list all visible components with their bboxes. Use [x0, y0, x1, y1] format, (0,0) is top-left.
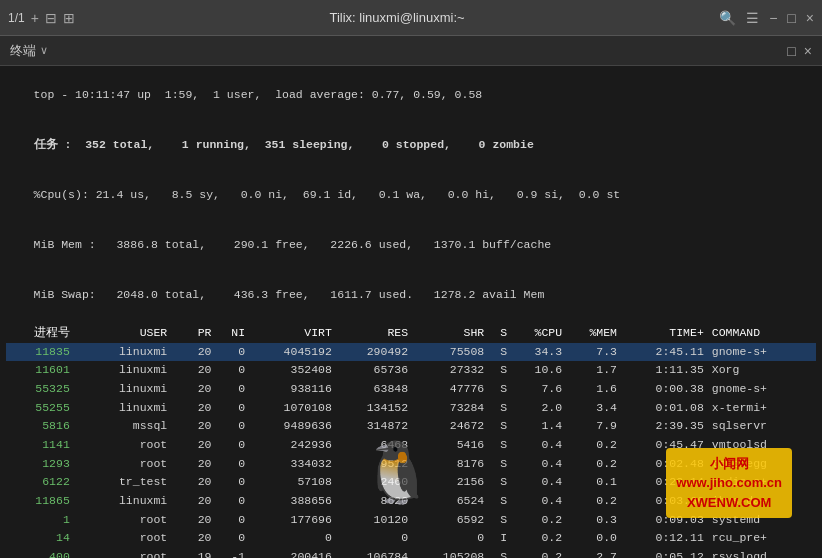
table-cell: 0 — [216, 399, 250, 418]
minimize-button[interactable]: − — [769, 10, 777, 26]
col-user: USER — [74, 324, 171, 343]
table-cell: redis-s+ — [708, 473, 816, 492]
table-cell: 1.4 — [511, 417, 566, 436]
table-cell: I — [488, 529, 511, 548]
col-cpu: %CPU — [511, 324, 566, 343]
table-cell: 0:00.38 — [621, 380, 708, 399]
table-cell: gnome-s+ — [708, 343, 816, 362]
table-cell: ibus-da+ — [708, 492, 816, 511]
table-cell: linuxmi — [74, 361, 171, 380]
table-cell: 0.2 — [566, 436, 621, 455]
table-row: 5816mssql200948963631487224672S1.47.92:3… — [6, 417, 816, 436]
table-cell: 34.3 — [511, 343, 566, 362]
maximize-button[interactable]: □ — [787, 10, 795, 26]
table-cell: 0.0 — [566, 529, 621, 548]
table-cell: 65736 — [336, 361, 412, 380]
table-cell: 334032 — [249, 455, 336, 474]
table-cell: 0.4 — [511, 455, 566, 474]
table-cell: 388656 — [249, 492, 336, 511]
table-cell: 0.2 — [566, 455, 621, 474]
table-cell: rsyslogd — [708, 548, 816, 558]
table-cell: root — [74, 455, 171, 474]
col-res: RES — [336, 324, 412, 343]
split-h-button[interactable]: ⊞ — [63, 10, 75, 26]
table-cell: 106784 — [336, 548, 412, 558]
table-cell: 14 — [6, 529, 74, 548]
table-cell: S — [488, 436, 511, 455]
table-cell: 0 — [216, 492, 250, 511]
panel-title-label: 终端 — [10, 42, 36, 60]
table-cell: 0:05.12 — [621, 548, 708, 558]
table-cell: 6468 — [336, 436, 412, 455]
panel-close-button[interactable]: × — [804, 43, 812, 59]
process-table-container: 进程号 USER PR NI VIRT RES SHR S %CPU %MEM … — [6, 324, 816, 558]
table-cell: 0 — [216, 361, 250, 380]
top-status: top - 10:11:47 up 1:59, 1 user, load ave… — [34, 88, 483, 101]
table-cell: 0:45.47 — [621, 436, 708, 455]
table-cell: 0.4 — [511, 492, 566, 511]
table-cell: touchegg — [708, 455, 816, 474]
table-cell: S — [488, 380, 511, 399]
table-cell: 0:12.11 — [621, 529, 708, 548]
mem-text: MiB Mem : 3886.8 total, 290.1 free, 2226… — [34, 238, 552, 251]
table-cell: 57108 — [249, 473, 336, 492]
table-cell: 0 — [216, 417, 250, 436]
table-cell: 0 — [249, 529, 336, 548]
table-cell: 0.1 — [566, 473, 621, 492]
tab-label[interactable]: 1/1 — [8, 11, 25, 25]
new-tab-button[interactable]: + — [31, 10, 39, 26]
menu-icon[interactable]: ☰ — [746, 10, 759, 26]
col-mem: %MEM — [566, 324, 621, 343]
table-cell: 6592 — [412, 511, 488, 530]
table-cell: 27332 — [412, 361, 488, 380]
table-cell: 1 — [6, 511, 74, 530]
table-cell: 0.4 — [511, 436, 566, 455]
table-cell: gnome-s+ — [708, 380, 816, 399]
table-cell: 4045192 — [249, 343, 336, 362]
table-cell: 20 — [171, 492, 215, 511]
close-button[interactable]: × — [806, 10, 814, 26]
table-cell: 20 — [171, 436, 215, 455]
table-cell: 1141 — [6, 436, 74, 455]
table-cell: 7.6 — [511, 380, 566, 399]
task-text: 任务 : 352 total, 1 running, 351 sleeping,… — [34, 138, 534, 151]
table-cell: S — [488, 548, 511, 558]
table-cell: 0 — [216, 380, 250, 399]
table-cell: S — [488, 399, 511, 418]
col-s: S — [488, 324, 511, 343]
table-cell: 290492 — [336, 343, 412, 362]
table-cell: 0.2 — [511, 548, 566, 558]
table-cell: S — [488, 511, 511, 530]
table-cell: root — [74, 548, 171, 558]
table-cell: 20 — [171, 361, 215, 380]
table-cell: 20 — [171, 473, 215, 492]
panel-maximize-button[interactable]: □ — [787, 43, 795, 59]
table-cell: 400 — [6, 548, 74, 558]
cpu-line: %Cpu(s): 21.4 us, 8.5 sy, 0.0 ni, 69.1 i… — [6, 170, 816, 220]
table-cell: 8620 — [336, 492, 412, 511]
table-cell: 2.0 — [511, 399, 566, 418]
split-v-button[interactable]: ⊟ — [45, 10, 57, 26]
table-cell: root — [74, 436, 171, 455]
panel-title-chevron[interactable]: ∨ — [40, 44, 48, 57]
table-cell: vmtoolsd — [708, 436, 816, 455]
table-cell: S — [488, 417, 511, 436]
table-row: 1root200177696101206592S0.20.30:09.03sys… — [6, 511, 816, 530]
terminal-content[interactable]: top - 10:11:47 up 1:59, 1 user, load ave… — [0, 66, 822, 558]
table-cell: 0:01.08 — [621, 399, 708, 418]
table-cell: 1070108 — [249, 399, 336, 418]
swap-line: MiB Swap: 2048.0 total, 436.3 free, 1611… — [6, 270, 816, 320]
table-cell: 242936 — [249, 436, 336, 455]
title-bar: 1/1 + ⊟ ⊞ Tilix: linuxmi@linuxmi:~ 🔍 ☰ −… — [0, 0, 822, 36]
table-cell: 0 — [216, 511, 250, 530]
search-icon[interactable]: 🔍 — [719, 10, 736, 26]
table-cell: linuxmi — [74, 399, 171, 418]
col-ni: NI — [216, 324, 250, 343]
table-cell: 11601 — [6, 361, 74, 380]
table-row: 11835linuxmi200404519229049275508S34.37.… — [6, 343, 816, 362]
table-cell: 314872 — [336, 417, 412, 436]
table-cell: 2156 — [412, 473, 488, 492]
table-cell: 352408 — [249, 361, 336, 380]
table-cell: 938116 — [249, 380, 336, 399]
table-cell: 6122 — [6, 473, 74, 492]
